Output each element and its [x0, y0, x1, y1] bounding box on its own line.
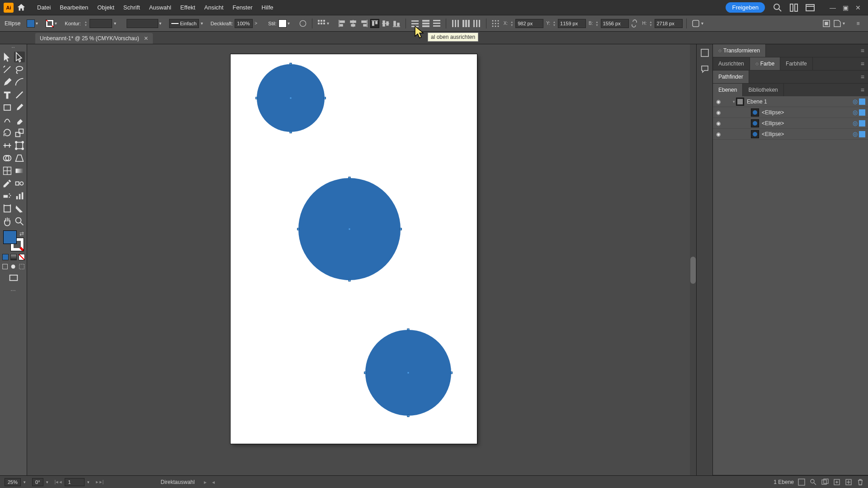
scale-tool-icon[interactable]	[14, 127, 25, 138]
shape-props-dropdown[interactable]: ▾	[701, 21, 707, 26]
fill-stroke-control[interactable]: ⇄	[3, 230, 24, 251]
menu-ansicht[interactable]: Ansicht	[200, 2, 228, 13]
search-icon[interactable]	[772, 2, 783, 13]
visibility-icon[interactable]: ◉	[713, 99, 724, 105]
w-stepper[interactable]: ▲▼	[594, 19, 600, 28]
layer-row[interactable]: ◉ ▾ Ebene 1 ◎	[713, 96, 868, 107]
shaper-tool-icon[interactable]	[2, 115, 13, 126]
shape-ellipse-2[interactable]	[298, 178, 401, 280]
layer-row[interactable]: ◉ <Ellipse> ◎	[713, 129, 868, 140]
layer-row[interactable]: ◉ <Ellipse> ◎	[713, 118, 868, 129]
fill-swatch[interactable]	[27, 19, 35, 28]
stroke-weight-input[interactable]	[90, 19, 112, 28]
align-bottom-icon[interactable]	[392, 19, 401, 28]
shape-props-icon[interactable]	[691, 19, 700, 28]
isolate-icon[interactable]	[822, 19, 831, 28]
dist-bottom-icon[interactable]	[432, 19, 441, 28]
find-layer-icon[interactable]	[809, 478, 817, 486]
mesh-tool-icon[interactable]	[2, 165, 13, 176]
maximize-icon[interactable]: ▣	[841, 3, 850, 12]
edit-mode-dropdown[interactable]: ▾	[843, 21, 848, 26]
arrange-docs-icon[interactable]	[788, 2, 799, 13]
opacity-input[interactable]	[235, 19, 253, 28]
toolbox-more-icon[interactable]: •••	[2, 288, 25, 292]
style-dropdown[interactable]: ▾	[288, 21, 293, 26]
slice-tool-icon[interactable]	[14, 203, 25, 214]
align-to-dropdown[interactable]: ▾	[327, 21, 332, 26]
paintbrush-tool-icon[interactable]	[14, 102, 25, 113]
canvas[interactable]	[27, 44, 696, 475]
new-layer-icon[interactable]	[844, 478, 853, 486]
rotate-field[interactable]: 0°	[32, 478, 43, 486]
h-input[interactable]	[655, 19, 683, 28]
pen-tool-icon[interactable]	[2, 77, 13, 88]
scrollbar-thumb[interactable]	[690, 257, 696, 284]
scrollbar-vertical[interactable]	[690, 44, 696, 475]
rotate-dropdown[interactable]: ▾	[46, 480, 48, 484]
visibility-icon[interactable]: ◉	[713, 120, 724, 127]
type-tool-icon[interactable]	[2, 89, 13, 100]
layer-row[interactable]: ◉ <Ellipse> ◎	[713, 107, 868, 118]
comments-panel-icon[interactable]	[700, 64, 710, 74]
next-artboard-icon[interactable]: ▸	[96, 479, 99, 485]
minimize-icon[interactable]: —	[828, 3, 837, 12]
graph-tool-icon[interactable]	[14, 191, 25, 202]
transform-panel-tab[interactable]: ◇Transformieren	[713, 44, 766, 57]
zoom-tool-icon[interactable]	[14, 216, 25, 227]
panel-menu-icon[interactable]: ≡	[857, 73, 868, 80]
color-mode-icon[interactable]	[2, 254, 9, 260]
properties-panel-icon[interactable]	[700, 48, 710, 58]
rectangle-tool-icon[interactable]	[2, 102, 13, 113]
symbol-sprayer-tool-icon[interactable]	[2, 191, 13, 202]
dist-vcenter-icon[interactable]	[421, 19, 430, 28]
h-stepper[interactable]: ▲▼	[648, 19, 654, 28]
profile-dropdown[interactable]: ▾	[201, 21, 206, 26]
target-icon[interactable]: ◎	[851, 98, 859, 105]
zoom-field[interactable]: 25%	[5, 478, 21, 486]
menu-bearbeiten[interactable]: Bearbeiten	[55, 2, 93, 13]
artboard-dropdown[interactable]: ▾	[87, 480, 90, 484]
menu-objekt[interactable]: Objekt	[93, 2, 119, 13]
align-hcenter-icon[interactable]	[349, 19, 358, 28]
swap-fill-stroke-icon[interactable]: ⇄	[19, 230, 24, 237]
menu-hilfe[interactable]: Hilfe	[257, 2, 278, 13]
rotate-tool-icon[interactable]	[2, 127, 13, 138]
fill-color-box[interactable]	[3, 230, 17, 244]
none-mode-icon[interactable]	[19, 254, 25, 260]
new-sublayer-icon[interactable]	[833, 478, 841, 486]
brush-dropdown[interactable]: ▾	[159, 21, 165, 26]
share-button[interactable]: Freigeben	[726, 2, 765, 13]
free-transform-tool-icon[interactable]	[14, 140, 25, 151]
workspace-icon[interactable]	[805, 2, 816, 13]
line-tool-icon[interactable]	[14, 89, 25, 100]
opacity-dropdown[interactable]: >	[255, 21, 260, 26]
make-clipping-mask-icon[interactable]	[821, 478, 829, 486]
transform-reference-icon[interactable]	[491, 19, 500, 28]
close-icon[interactable]: ✕	[854, 3, 863, 12]
dist-right-icon[interactable]	[472, 19, 481, 28]
menu-auswahl[interactable]: Auswahl	[145, 2, 176, 13]
perspective-tool-icon[interactable]	[14, 153, 25, 164]
align-top-icon[interactable]	[370, 19, 379, 28]
menu-fenster[interactable]: Fenster	[228, 2, 257, 13]
panel-menu-icon[interactable]: ≡	[857, 60, 868, 67]
dist-top-icon[interactable]	[410, 19, 420, 28]
disclosure-icon[interactable]: ▾	[733, 99, 735, 104]
document-tab-close-icon[interactable]: ✕	[144, 35, 148, 42]
dist-left-icon[interactable]	[451, 19, 460, 28]
libraries-panel-tab[interactable]: Bibliotheken	[743, 84, 783, 96]
menu-effekt[interactable]: Effekt	[176, 2, 200, 13]
first-artboard-icon[interactable]: |◂	[55, 479, 59, 485]
draw-inside-icon[interactable]	[19, 263, 25, 270]
stroke-profile[interactable]: Einfach	[169, 19, 199, 28]
align-left-icon[interactable]	[338, 19, 347, 28]
status-disclosure-icon[interactable]: ▸	[204, 479, 207, 485]
gradient-mode-icon[interactable]	[10, 254, 17, 260]
color-guide-panel-tab[interactable]: Farbhilfe	[780, 57, 813, 70]
layer-name[interactable]: Ebene 1	[747, 99, 851, 105]
visibility-icon[interactable]: ◉	[713, 131, 724, 137]
panel-menu-icon[interactable]: ≡	[857, 47, 868, 54]
lasso-tool-icon[interactable]	[14, 64, 25, 75]
panel-menu-icon[interactable]: ≡	[857, 86, 868, 94]
curvature-tool-icon[interactable]	[14, 77, 25, 88]
